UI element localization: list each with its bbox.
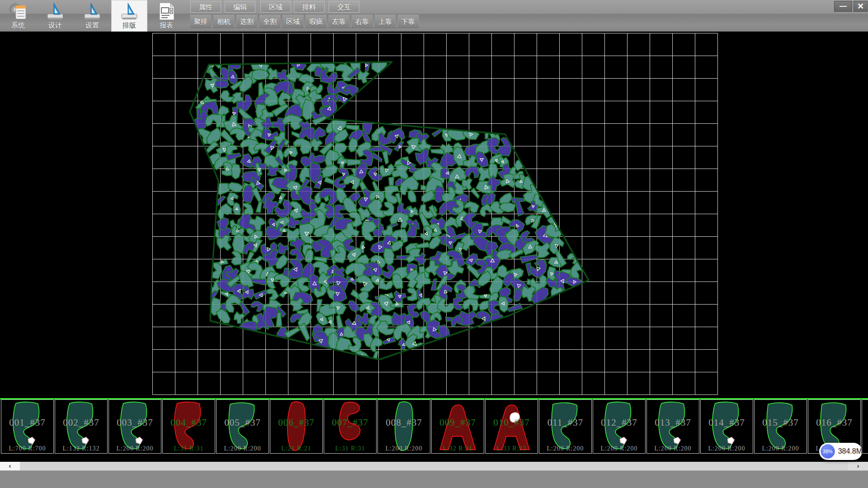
thumbnail-piece-id: 001_#37 — [1, 417, 53, 428]
thumbnail-lr-count: L:31 R:31 — [324, 445, 376, 452]
toolbar-button-system[interactable]: 系统 — [0, 0, 36, 32]
cmd-button-align-top[interactable]: 上靠 — [374, 14, 396, 28]
toolbar-label-system: 系统 — [11, 21, 25, 29]
horizontal-scrollbar[interactable]: ‹ › — [0, 462, 868, 470]
thumbnail-piece-id: 004_#37 — [163, 417, 215, 428]
thumbnail-lr-count: L:700 R:700 — [1, 445, 53, 452]
thumbnail-piece-id: 014_#37 — [701, 417, 753, 428]
memory-usage: 384.8M — [838, 447, 862, 455]
thumbnail-cell[interactable]: 013_#37L:200 R:200 — [646, 399, 699, 454]
thumbnail-cell[interactable]: 014_#37L:200 R:200 — [700, 399, 753, 454]
layout-setsquare-icon — [119, 1, 140, 21]
thumbnail-piece-id: 015_#37 — [755, 417, 807, 428]
scroll-right-icon[interactable]: › — [848, 462, 868, 470]
toolbar-label-report: 报表 — [160, 21, 173, 29]
thumbnail-lr-count: L:31 R:31 — [163, 445, 215, 452]
status-bar — [0, 470, 868, 488]
thumbnail-cell[interactable]: 002_#37L:132 R:132 — [55, 399, 108, 454]
titlebar: 系统 设计 设置 — [0, 0, 868, 32]
toolbar-button-settings[interactable]: 设置 — [74, 0, 110, 32]
thumbnail-lr-count: L:200 R:200 — [217, 445, 269, 452]
thumbnail-piece-id: 008_#37 — [378, 417, 430, 428]
thumbnail-cell[interactable]: 009_#37L:32 R:31 — [431, 399, 484, 454]
thumbnail-piece-id: 007_#37 — [324, 417, 376, 428]
toolbar-label-layout: 排版 — [123, 21, 136, 29]
thumbnail-lr-count: L:200 R:200 — [701, 445, 753, 452]
thumbnail-piece-id: 006_#37 — [270, 417, 322, 428]
thumbnail-lr-count: L:200 R:200 — [539, 445, 591, 452]
thumbnail-cell[interactable]: 003_#37L:200 R:200 — [108, 399, 161, 454]
close-button[interactable]: ✕ — [854, 1, 868, 12]
thumbnail-piece-id: 011_#37 — [539, 417, 591, 428]
thumbnail-lr-count: L:32 R:31 — [432, 445, 484, 452]
toolbar-button-layout[interactable]: 排版 — [111, 0, 147, 32]
menu-tab-nesting[interactable]: 排料 — [294, 1, 325, 13]
thumbnail-piece-id: 005_#37 — [217, 417, 269, 428]
report-document-icon — [156, 1, 177, 21]
progress-badge: 38% 384.8M — [819, 443, 862, 460]
toolbar-button-report[interactable]: 报表 — [148, 0, 184, 32]
cmd-button-region[interactable]: 区域 — [282, 14, 304, 28]
toolbar-label-settings: 设置 — [85, 21, 99, 29]
design-setsquare-icon — [45, 1, 66, 21]
thumbnail-lr-count: L:21 R:21 — [270, 445, 322, 452]
thumbnail-lr-count: L:132 R:132 — [55, 445, 107, 452]
cmd-button-align-bottom[interactable]: 下靠 — [397, 14, 419, 28]
thumbnail-lr-count: L:200 R:200 — [647, 445, 699, 452]
thumbnail-piece-id: 010_#37 — [486, 417, 538, 428]
thumbnail-cell[interactable]: 005_#37L:200 R:200 — [216, 399, 269, 454]
thumbnail-cell[interactable]: 008_#37L:200 R:200 — [377, 399, 430, 454]
progress-percent: 38% — [821, 444, 835, 459]
thumbnail-lr-count: L:200 R:200 — [755, 445, 807, 452]
piece-thumbnail-strip: 001_#37L:700 R:700002_#37L:132 R:132003_… — [0, 399, 868, 454]
thumbnail-lr-count: L:33 R:33 — [486, 445, 538, 452]
cmd-button-cut-all[interactable]: 全割 — [259, 14, 281, 28]
cmd-button-select-cut[interactable]: 选割 — [236, 14, 258, 28]
menu-tab-region[interactable]: 区域 — [260, 1, 291, 13]
thumbnail-cell[interactable]: 015_#37L:200 R:200 — [754, 399, 807, 454]
thumbnail-cell[interactable]: 001_#37L:700 R:700 — [1, 399, 54, 454]
scroll-left-icon[interactable]: ‹ — [0, 462, 20, 470]
thumbnail-piece-id: 013_#37 — [647, 417, 699, 428]
minimize-button[interactable]: — — [834, 1, 852, 12]
thumbnail-piece-id: 003_#37 — [109, 417, 161, 428]
cmd-button-align-right[interactable]: 右靠 — [351, 14, 373, 28]
thumbnail-cell[interactable]: 004_#37L:31 R:31 — [162, 399, 215, 454]
thumbnail-lr-count: L:200 R:200 — [593, 445, 645, 452]
thumbnail-cell[interactable]: 010_#37L:33 R:33 — [485, 399, 538, 454]
cmd-button-camera[interactable]: 相机 — [213, 14, 235, 28]
menu-tab-interaction[interactable]: 交互 — [329, 1, 359, 13]
cmd-button-align-left[interactable]: 左靠 — [328, 14, 350, 28]
menu-tab-properties[interactable]: 属性 — [190, 1, 221, 13]
thumbnail-lr-count: L:200 R:200 — [109, 445, 161, 452]
thumbnail-piece-id: 012_#37 — [593, 417, 645, 428]
toolbar-button-design[interactable]: 设计 — [37, 0, 73, 32]
application-window: 系统 设计 设置 — [0, 0, 868, 488]
piece-shape — [862, 400, 868, 453]
nesting-canvas[interactable] — [0, 32, 868, 398]
settings-setsquare-icon — [82, 1, 103, 21]
thumbnail-cell[interactable] — [862, 399, 868, 454]
thumbnail-lr-count: L:200 R:200 — [378, 445, 430, 452]
thumbnail-cell[interactable]: 011_#37L:200 R:200 — [539, 399, 592, 454]
toolbar-label-design: 设计 — [48, 21, 62, 29]
cmd-button-defect[interactable]: 瑕疵 — [305, 14, 327, 28]
cmd-button-cluster-nest[interactable]: 聚排 — [190, 14, 212, 28]
thumbnail-piece-id: 002_#37 — [55, 417, 107, 428]
menu-tab-edit[interactable]: 编辑 — [225, 1, 255, 13]
thumbnail-cell[interactable]: 006_#37L:21 R:21 — [270, 399, 323, 454]
thumbnail-cell[interactable]: 012_#37L:200 R:200 — [593, 399, 646, 454]
thumbnail-cell[interactable]: 007_#37L:31 R:31 — [324, 399, 377, 454]
thumbnail-piece-id: 009_#37 — [432, 417, 484, 428]
thumbnail-piece-id: 016_#37 — [808, 417, 860, 428]
system-gear-icon — [8, 1, 28, 21]
